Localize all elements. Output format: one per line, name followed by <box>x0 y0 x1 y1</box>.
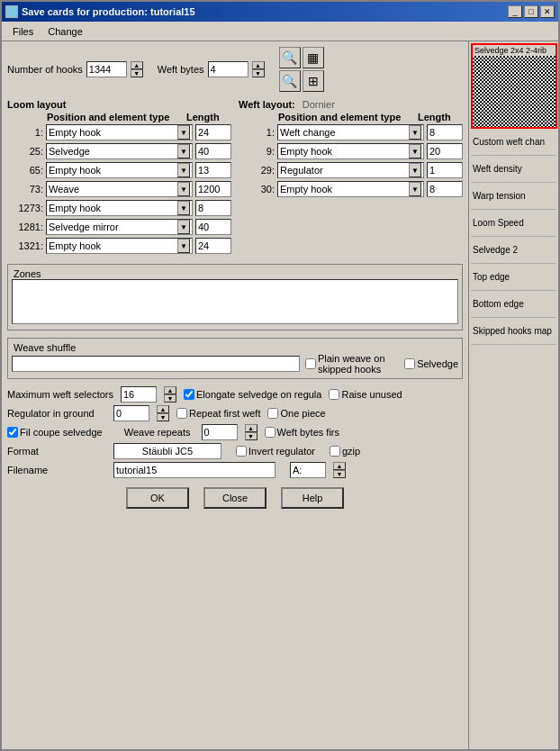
regulator-spin-down[interactable]: ▼ <box>157 413 169 421</box>
weft-bytes-spin-up[interactable]: ▲ <box>252 61 265 69</box>
regulator-input[interactable] <box>113 405 149 421</box>
weft-length-1[interactable] <box>427 124 463 140</box>
max-weft-spin-down[interactable]: ▼ <box>164 394 176 403</box>
weft-element-4[interactable]: Empty hook ▼ <box>277 181 424 197</box>
loom-element-3-arrow[interactable]: ▼ <box>177 163 190 177</box>
loom-length-5[interactable] <box>195 200 231 216</box>
loom-element-7[interactable]: Empty hook ▼ <box>46 238 193 254</box>
minimize-button[interactable]: _ <box>508 5 522 18</box>
one-piece-checkbox[interactable] <box>267 408 278 419</box>
loom-element-3[interactable]: Empty hook ▼ <box>46 162 193 178</box>
menu-files[interactable]: Files <box>5 24 41 39</box>
weft-element-1[interactable]: Weft change ▼ <box>277 124 424 140</box>
loom-length-3[interactable] <box>195 162 231 178</box>
grid-icon-btn[interactable]: ⊞ <box>303 70 324 92</box>
elongate-checkbox[interactable] <box>184 389 194 400</box>
loom-element-4-arrow[interactable]: ▼ <box>177 182 190 196</box>
loom-row-2: 25: Selvedge ▼ <box>7 143 231 159</box>
ok-button[interactable]: OK <box>126 487 189 509</box>
zoom-icon-btn[interactable]: 🔍 <box>279 70 301 92</box>
max-weft-input[interactable] <box>121 386 157 403</box>
loom-pos-7: 1321: <box>7 240 43 251</box>
plain-weave-checkbox[interactable] <box>305 358 316 369</box>
hooks-input[interactable] <box>86 61 127 77</box>
weft-bytes-spin-down[interactable]: ▼ <box>252 69 265 77</box>
loom-element-7-arrow[interactable]: ▼ <box>177 239 190 253</box>
loom-element-2-arrow[interactable]: ▼ <box>177 144 190 158</box>
selvedge-2-item[interactable]: Selvedge 2 <box>471 237 556 264</box>
loom-element-6-arrow[interactable]: ▼ <box>177 220 190 234</box>
hooks-spin-down[interactable]: ▼ <box>131 69 143 77</box>
selvedge-checkbox[interactable] <box>404 358 415 369</box>
filename-input[interactable] <box>113 462 275 478</box>
hooks-spin-up[interactable]: ▲ <box>131 61 143 69</box>
pattern-icon-btn[interactable]: ▦ <box>303 47 324 68</box>
format-input[interactable] <box>113 443 221 459</box>
one-piece-checkbox-group: One piece <box>267 408 325 419</box>
maximize-button[interactable]: □ <box>524 5 538 18</box>
skipped-hooks-item[interactable]: Skipped hooks map <box>471 318 556 345</box>
weave-shuffle-input[interactable] <box>12 356 300 372</box>
weft-element-2[interactable]: Empty hook ▼ <box>277 143 424 159</box>
weave-repeats-spin-up[interactable]: ▲ <box>245 424 257 432</box>
loom-speed-item[interactable]: Loom Speed <box>471 210 556 237</box>
regulator-spin-up[interactable]: ▲ <box>157 405 169 413</box>
weft-element-2-arrow[interactable]: ▼ <box>409 144 421 158</box>
weft-length-2[interactable] <box>427 143 463 159</box>
loom-element-5-arrow[interactable]: ▼ <box>177 201 190 215</box>
loom-element-1-arrow[interactable]: ▼ <box>177 125 190 140</box>
weft-element-4-arrow[interactable]: ▼ <box>409 182 421 196</box>
loom-element-4[interactable]: Weave ▼ <box>46 181 193 197</box>
loom-length-1[interactable] <box>195 124 231 140</box>
weft-row-1: 1: Weft change ▼ <box>239 124 463 140</box>
max-weft-spin-up[interactable]: ▲ <box>164 386 176 394</box>
fil-coupe-checkbox[interactable] <box>7 427 18 438</box>
weft-element-1-arrow[interactable]: ▼ <box>409 125 421 140</box>
plain-weave-label: Plain weave on skipped hooks <box>318 353 399 375</box>
loom-row-3: 65: Empty hook ▼ <box>7 162 231 178</box>
drive-spin-down[interactable]: ▼ <box>333 470 346 478</box>
drive-input[interactable] <box>290 462 326 478</box>
loom-length-4[interactable] <box>195 181 231 197</box>
weave-repeats-spin-down[interactable]: ▼ <box>245 432 257 440</box>
weave-repeats-input[interactable] <box>202 424 238 440</box>
button-row: OK Close Help <box>7 487 463 509</box>
weave-shuffle-title: Weave shuffle <box>12 342 77 353</box>
help-button[interactable]: Help <box>281 487 344 509</box>
weft-bytes-control: Weft bytes ▲ ▼ <box>158 61 265 77</box>
loom-element-2[interactable]: Selvedge ▼ <box>46 143 193 159</box>
loom-length-6[interactable] <box>195 219 231 235</box>
raise-unused-checkbox[interactable] <box>329 389 339 400</box>
gzip-checkbox[interactable] <box>330 446 340 457</box>
loom-element-1[interactable]: Empty hook ▼ <box>46 124 193 140</box>
loom-pos-3: 65: <box>7 165 43 176</box>
top-controls: Number of hooks ▲ ▼ Weft bytes ▲ ▼ <box>7 47 463 92</box>
loom-length-7[interactable] <box>195 238 231 254</box>
weft-element-3-arrow[interactable]: ▼ <box>409 163 421 177</box>
search-icon-btn[interactable]: 🔍 <box>279 47 301 68</box>
top-edge-item[interactable]: Top edge <box>471 264 556 291</box>
repeat-first-weft-checkbox[interactable] <box>176 408 187 419</box>
bottom-edge-item[interactable]: Bottom edge <box>471 291 556 318</box>
weft-bytes-first-checkbox[interactable] <box>265 427 275 438</box>
close-window-button[interactable]: ✕ <box>540 5 555 18</box>
custom-weft-item[interactable]: Custom weft chan <box>471 129 556 156</box>
weft-bytes-input[interactable] <box>208 61 248 77</box>
loom-pos-1: 1: <box>7 127 43 138</box>
drive-spin-up[interactable]: ▲ <box>333 462 346 470</box>
weft-density-item[interactable]: Weft density <box>471 156 556 183</box>
menu-change[interactable]: Change <box>41 24 90 39</box>
weft-length-3[interactable] <box>427 162 463 178</box>
loom-element-5[interactable]: Empty hook ▼ <box>46 200 193 216</box>
close-button[interactable]: Close <box>203 487 266 509</box>
elongate-checkbox-group: Elongate selvedge on regula <box>184 389 321 400</box>
elongate-label: Elongate selvedge on regula <box>196 389 321 400</box>
loom-length-2[interactable] <box>195 143 231 159</box>
invert-regulator-checkbox[interactable] <box>236 446 247 457</box>
warp-tension-item[interactable]: Warp tension <box>471 183 556 210</box>
weft-length-4[interactable] <box>427 181 463 197</box>
zones-input[interactable] <box>12 279 458 324</box>
weft-layout-subtitle: Dornier <box>303 99 335 110</box>
loom-element-6[interactable]: Selvedge mirror ▼ <box>46 219 193 235</box>
weft-element-3[interactable]: Regulator ▼ <box>277 162 424 178</box>
